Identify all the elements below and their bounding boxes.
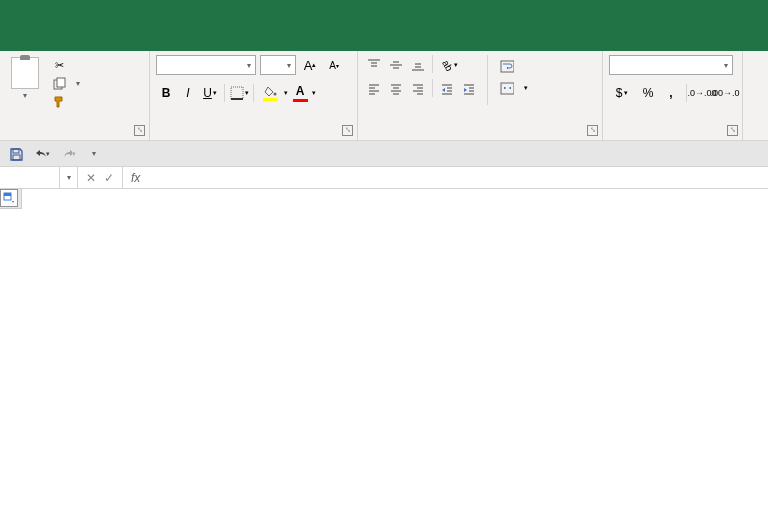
ribbon-group-clipboard: ▾ ✂ ▾ ⤡ bbox=[0, 51, 150, 140]
cut-button[interactable]: ✂ bbox=[50, 57, 82, 73]
redo-icon[interactable]: ▾ bbox=[60, 146, 76, 162]
name-box[interactable] bbox=[0, 167, 60, 188]
bucket-icon bbox=[264, 86, 277, 97]
svg-point-4 bbox=[273, 92, 276, 95]
increase-decimal-icon[interactable]: .0→.00 bbox=[692, 83, 712, 103]
wrap-text-button[interactable] bbox=[496, 57, 532, 75]
align-bottom-icon[interactable] bbox=[408, 55, 428, 75]
dialog-launcher-icon[interactable]: ⤡ bbox=[587, 125, 598, 136]
clipboard-icon bbox=[11, 57, 39, 89]
align-right-icon[interactable] bbox=[408, 79, 428, 99]
orientation-button[interactable]: ab▾ bbox=[437, 55, 463, 75]
number-format-combo[interactable]: ▾ bbox=[609, 55, 733, 75]
quick-access-toolbar: ▾ ▾ ▾ bbox=[0, 141, 768, 167]
increase-font-icon[interactable]: A▴ bbox=[300, 55, 320, 75]
autofill-options-icon[interactable] bbox=[0, 189, 18, 207]
ribbon-group-font: ▾ ▾ A▴ A▾ B I U▾ ▾ ▾ A ▾ ⤡ bbox=[150, 51, 358, 140]
format-painter-button[interactable] bbox=[50, 93, 82, 109]
copy-icon bbox=[52, 76, 66, 90]
underline-button[interactable]: U▾ bbox=[200, 83, 220, 103]
save-icon[interactable] bbox=[8, 146, 24, 162]
decrease-decimal-icon[interactable]: .00→.0 bbox=[715, 83, 735, 103]
wrap-icon bbox=[500, 59, 514, 73]
worksheet bbox=[0, 189, 768, 209]
accounting-format-button[interactable]: $▾ bbox=[609, 83, 635, 103]
formula-bar: ▾ ✕ ✓ fx bbox=[0, 167, 768, 189]
svg-rect-35 bbox=[501, 83, 514, 94]
svg-rect-37 bbox=[13, 155, 20, 160]
paste-button[interactable]: ▾ bbox=[6, 55, 44, 138]
dialog-launcher-icon[interactable]: ⤡ bbox=[134, 125, 145, 136]
dialog-launcher-icon[interactable]: ⤡ bbox=[727, 125, 738, 136]
ribbon-group-alignment: ab▾ ▾ ⤡ bbox=[358, 51, 603, 140]
align-center-icon[interactable] bbox=[386, 79, 406, 99]
percent-button[interactable]: % bbox=[638, 83, 658, 103]
menu-bar bbox=[0, 20, 768, 51]
align-middle-icon[interactable] bbox=[386, 55, 406, 75]
svg-rect-2 bbox=[231, 87, 243, 99]
ribbon-group-number: ▾ $▾ % , .0→.00 .00→.0 ⤡ bbox=[603, 51, 743, 140]
dialog-launcher-icon[interactable]: ⤡ bbox=[342, 125, 353, 136]
customize-qat-icon[interactable]: ▾ bbox=[86, 146, 102, 162]
cancel-icon[interactable]: ✕ bbox=[86, 171, 96, 185]
decrease-font-icon[interactable]: A▾ bbox=[324, 55, 344, 75]
align-top-icon[interactable] bbox=[364, 55, 384, 75]
formula-input[interactable] bbox=[148, 167, 768, 188]
name-box-arrow[interactable]: ▾ bbox=[60, 167, 78, 188]
font-name-combo[interactable]: ▾ bbox=[156, 55, 256, 75]
italic-button[interactable]: I bbox=[178, 83, 198, 103]
copy-button[interactable]: ▾ bbox=[50, 75, 82, 91]
merge-icon bbox=[500, 81, 514, 95]
ribbon: ▾ ✂ ▾ ⤡ ▾ ▾ A▴ A▾ B I U▾ ▾ bbox=[0, 51, 768, 141]
paintbrush-icon bbox=[52, 94, 66, 108]
svg-rect-39 bbox=[4, 193, 11, 196]
align-left-icon[interactable] bbox=[364, 79, 384, 99]
comma-button[interactable]: , bbox=[661, 83, 681, 103]
decrease-indent-icon[interactable] bbox=[437, 79, 457, 99]
increase-indent-icon[interactable] bbox=[459, 79, 479, 99]
title-bar bbox=[0, 0, 768, 20]
borders-button[interactable]: ▾ bbox=[229, 83, 249, 103]
fill-color-button[interactable] bbox=[258, 83, 282, 103]
merge-center-button[interactable]: ▾ bbox=[496, 79, 532, 97]
fx-icon[interactable]: fx bbox=[123, 167, 148, 188]
svg-rect-1 bbox=[57, 78, 65, 87]
enter-icon[interactable]: ✓ bbox=[104, 171, 114, 185]
font-color-button[interactable]: A bbox=[290, 83, 310, 103]
font-size-combo[interactable]: ▾ bbox=[260, 55, 296, 75]
scissors-icon: ✂ bbox=[52, 58, 66, 72]
bold-button[interactable]: B bbox=[156, 83, 176, 103]
undo-icon[interactable]: ▾ bbox=[34, 146, 50, 162]
